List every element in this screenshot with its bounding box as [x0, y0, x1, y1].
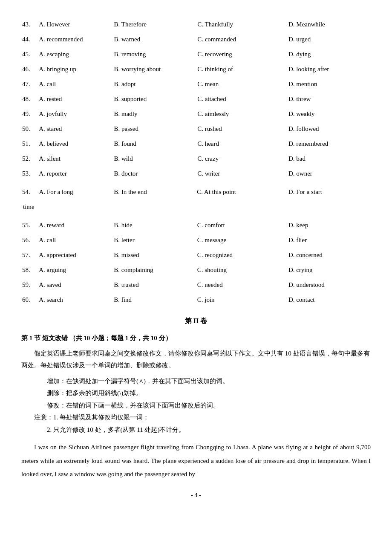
question-row-49: 49. A. joyfully B. madly C. aimlessly D.… — [21, 107, 371, 121]
note1: 1. 每处错误及其修改均仅限一词； — [53, 414, 149, 421]
q-c: C. crazy — [196, 151, 288, 166]
q-num: 51. — [21, 136, 38, 151]
question-row-43: 43. A. However B. Therefore C. Thankfull… — [21, 17, 371, 32]
q-num: 43. — [21, 17, 38, 32]
passage-text: I was on the Sichuan Airlines passenger … — [21, 441, 371, 481]
q-a: A. call — [38, 233, 113, 248]
question-row-53: 53. A. reporter B. doctor C. writer D. o… — [21, 166, 371, 181]
question-row-56: 56. A. call B. letter C. message D. flie… — [21, 233, 371, 248]
note-label: 注意： — [34, 414, 53, 421]
q-d: D. Meanwhile — [288, 17, 371, 32]
q-c: C. comfort — [196, 218, 288, 233]
q-b: B. supported — [113, 92, 197, 107]
q-d: D. remembered — [288, 136, 371, 151]
q-num: 60. — [21, 292, 38, 307]
q-b: B. complaining — [113, 263, 196, 278]
instruction-add: 增加：在缺词处加一个漏字符号(∧)，并在其下面写出该加的词。 — [47, 375, 371, 387]
q-c: C. attached — [196, 92, 288, 107]
question-row-51: 51. A. believed B. found C. heard D. rem… — [21, 136, 371, 151]
q-num: 56. — [21, 233, 38, 248]
q-b: B. madly — [113, 107, 197, 121]
q-b: B. hide — [113, 218, 196, 233]
q-c: C. thinking of — [196, 62, 288, 77]
instruction-note2: 2. 只允许修改 10 处，多者(从第 11 处起)不计分。 — [47, 424, 371, 436]
q-a: A. believed — [38, 136, 113, 151]
q-d: D. concerned — [288, 248, 371, 263]
instruction-main: 假定英语课上老师要求同桌之间交换修改作文，请你修改你同桌写的以下作文。文中共有 … — [21, 347, 371, 372]
q-num: 55. — [21, 218, 38, 233]
q-num: 58. — [21, 263, 38, 278]
q-a: A. escaping — [38, 47, 113, 62]
q-b: B. Therefore — [113, 17, 197, 32]
q-b: B. doctor — [113, 166, 197, 181]
q-a: A. call — [38, 77, 113, 92]
q-c: C. aimlessly — [196, 107, 288, 121]
question-row-44: 44. A. recommended B. warned C. commande… — [21, 32, 371, 47]
q-d: D. contact — [288, 292, 371, 307]
q-d: D. flier — [288, 233, 371, 248]
q-b: B. warned — [113, 32, 197, 47]
q-a: A. search — [38, 292, 113, 307]
question-row-52: 52. A. silent B. wild C. crazy D. bad — [21, 151, 371, 166]
question-row-55: 55. A. reward B. hide C. comfort D. keep — [21, 218, 371, 233]
q-b: B. adopt — [113, 77, 197, 92]
questions-table-55-60: 55. A. reward B. hide C. comfort D. keep… — [21, 218, 371, 307]
q-num: 48. — [21, 92, 38, 107]
question-row-59: 59. A. saved B. trusted C. needed D. und… — [21, 278, 371, 292]
q-num: 59. — [21, 278, 38, 292]
q-b: B. found — [113, 136, 197, 151]
q-a: A. reporter — [38, 166, 113, 181]
q-d: D. followed — [288, 121, 371, 136]
instruction-note-label: 注意：1. 每处错误及其修改均仅限一词； — [34, 411, 371, 424]
q-num: 57. — [21, 248, 38, 263]
question-row-58: 58. A. arguing B. complaining C. shoutin… — [21, 263, 371, 278]
q-a: A. recommended — [38, 32, 113, 47]
q-c: C. recognized — [196, 248, 288, 263]
q54-num: 54. — [21, 185, 38, 199]
q54-c: C. At this point — [196, 185, 288, 199]
question-row-46: 46. A. bringing up B. worrying about C. … — [21, 62, 371, 77]
q-num: 44. — [21, 32, 38, 47]
q-num: 52. — [21, 151, 38, 166]
q-d: D. keep — [288, 218, 371, 233]
q-c: C. recovering — [196, 47, 288, 62]
q-d: D. bad — [288, 151, 371, 166]
q54-b: B. In the end — [113, 185, 196, 199]
q-a: A. reward — [38, 218, 113, 233]
q-b: B. missed — [113, 248, 196, 263]
instruction-delete: 删除：把多余的词用斜线(\)划掉。 — [47, 387, 371, 399]
q54-d: D. For a start — [288, 185, 371, 199]
section1-header: 第 1 节 短文改错 （共 10 小题；每题 1 分，共 10 分） — [21, 332, 371, 344]
q-c: C. join — [196, 292, 288, 307]
q-b: B. passed — [113, 121, 197, 136]
q-a: A. silent — [38, 151, 113, 166]
q-num: 49. — [21, 107, 38, 121]
q-d: D. understood — [288, 278, 371, 292]
q-b: B. find — [113, 292, 196, 307]
q-a: A. However — [38, 17, 113, 32]
q-a: A. bringing up — [38, 62, 113, 77]
q-c: C. message — [196, 233, 288, 248]
q-a: A. rested — [38, 92, 113, 107]
q-d: D. owner — [288, 166, 371, 181]
question-row-60: 60. A. search B. find C. join D. contact — [21, 292, 371, 307]
q-c: C. rushed — [196, 121, 288, 136]
q-num: 50. — [21, 121, 38, 136]
q-num: 53. — [21, 166, 38, 181]
q-d: D. looking after — [288, 62, 371, 77]
q-c: C. commanded — [196, 32, 288, 47]
question-row-48: 48. A. rested B. supported C. attached D… — [21, 92, 371, 107]
instruction-modify: 修改：在错的词下画一横线，并在该词下面写出修改后的词。 — [47, 399, 371, 412]
q-c: C. needed — [196, 278, 288, 292]
q-d: D. weakly — [288, 107, 371, 121]
q-a: A. arguing — [38, 263, 113, 278]
questions-table-43-53: 43. A. However B. Therefore C. Thankfull… — [21, 17, 371, 181]
q-b: B. letter — [113, 233, 196, 248]
question-row-54-cont: time — [21, 199, 371, 214]
q-a: A. saved — [38, 278, 113, 292]
q-c: C. writer — [196, 166, 288, 181]
q-b: B. trusted — [113, 278, 196, 292]
q-d: D. dying — [288, 47, 371, 62]
q54-continuation: time — [21, 199, 371, 214]
question-row-57: 57. A. appreciated B. missed C. recogniz… — [21, 248, 371, 263]
